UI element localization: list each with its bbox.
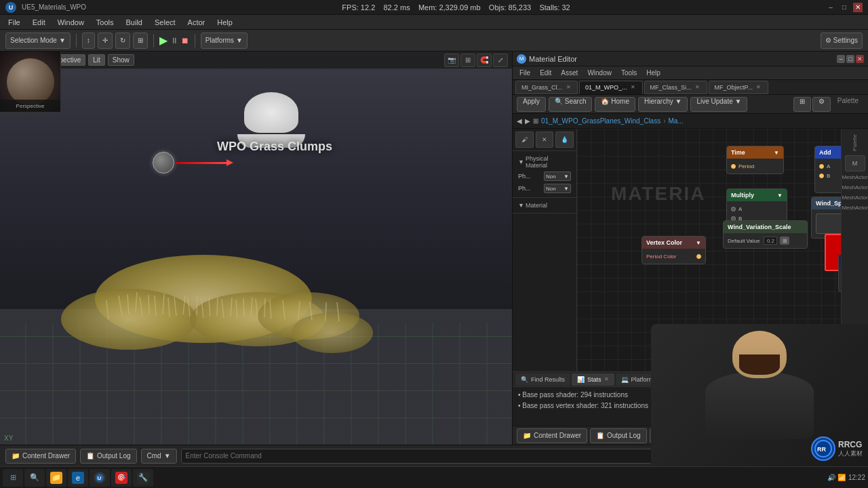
menu-select[interactable]: Select [149,17,181,28]
rotate-tool-btn[interactable]: ↻ [115,33,130,49]
mat-content-drawer-label: Content Drawer [534,432,581,439]
system-tray: 🔊 📶 [827,474,846,481]
menu-actor[interactable]: Actor [182,17,211,28]
grass-tufts-svg [54,221,407,357]
show-btn[interactable]: Show [108,54,134,66]
person-head [732,331,787,378]
search-button[interactable]: 🔍 Search [549,97,592,112]
material-section-title[interactable]: ▼ Material [515,201,574,210]
phys-dropdown-2[interactable]: Non▼ [544,184,571,193]
mat-minimize-btn[interactable]: – [837,55,845,63]
maximize-button[interactable]: □ [840,3,849,12]
translate-tool-btn[interactable]: ✛ [98,33,113,49]
menu-file[interactable]: File [3,17,26,28]
phys-dropdown-1[interactable]: Non▼ [544,171,571,181]
mat-tab-close-2[interactable]: ✕ [630,84,637,91]
viewport[interactable]: WPO Grass Clumps ☰ ⚙ Perspective Lit Sho… [0,52,512,445]
add-node[interactable]: Add ▼ A B Out [814,146,841,193]
app7-taskbar-btn[interactable]: 🔧 [133,469,153,487]
vp-camera-icon[interactable]: 📷 [444,54,459,67]
color-pick-btn[interactable]: 💧 [555,131,574,148]
mat-tab-mi-grass[interactable]: MI_Grass_Cl... ✕ [515,81,578,94]
person-silhouette [698,331,821,460]
transform-tool-btn[interactable]: ↕ [82,33,95,49]
browser-taskbar-btn[interactable]: e [68,469,88,487]
breadcrumb-root[interactable]: 01_M_WPO_GrassPlanes_Wind_Class [541,117,660,125]
vp-grid-icon[interactable]: ⊞ [460,54,475,67]
breadcrumb-nav-back[interactable]: ◀ [517,117,522,125]
mat-menu-tools[interactable]: Tools [617,68,641,77]
mat-tab-close-1[interactable]: ✕ [565,84,572,91]
mat-menu-file[interactable]: File [515,68,534,77]
stop-button[interactable]: ⏹ [181,36,189,45]
physical-material-title[interactable]: ▼ Physical Material [515,154,574,170]
mat-menu-asset[interactable]: Asset [557,68,582,77]
unreal-taskbar-btn[interactable]: U [90,469,110,487]
mat-output-log-btn[interactable]: 📋 Output Log [590,428,646,443]
mat-menu-window[interactable]: Window [583,68,616,77]
mat-maximize-btn[interactable]: □ [846,55,854,63]
menu-tools[interactable]: Tools [91,17,119,28]
mat-menu-edit[interactable]: Edit [536,68,555,77]
windscale-node[interactable]: Wind_Variation_Scale Default Value 0.2 ⊞ [723,220,808,249]
breadcrumb-nav-forward[interactable]: ▶ [525,117,530,125]
hierarchy-dropdown[interactable]: Hierarchy ▼ [638,97,688,112]
app6-taskbar-btn[interactable]: 🎯 [111,469,132,487]
play-button[interactable]: ▶ [159,34,167,47]
menu-help[interactable]: Help [212,17,238,28]
erase-btn[interactable]: ✕ [536,131,554,148]
explorer-icon: 📁 [50,472,62,484]
pause-button[interactable]: ⏸ [170,36,178,45]
windscale-expand-btn[interactable]: ⊞ [780,237,789,245]
start-button[interactable]: ⊞ [3,469,23,487]
time-node-dropdown[interactable]: ▼ [774,150,779,156]
mat-content-drawer-btn[interactable]: 📁 Content Drawer [517,428,587,443]
close-button[interactable]: ✕ [853,3,863,12]
apply-button[interactable]: Apply [517,97,546,112]
selection-mode-dropdown[interactable]: Selection Mode ▼ [5,33,71,49]
explorer-taskbar-btn[interactable]: 📁 [46,469,66,487]
project-file-label: UE5_Materials_WPO [22,3,86,11]
palette-btn1[interactable]: M [845,155,865,171]
menu-edit[interactable]: Edit [27,17,51,28]
breadcrumb-child[interactable]: Ma... [669,117,684,125]
windscale-value-input[interactable]: 0.2 [764,237,777,245]
platforms-label: Platforms [205,37,234,44]
mat-tab-mf-object[interactable]: MF_ObjectP... ✕ [709,81,768,94]
mat-tab-close-4[interactable]: ✕ [755,84,762,91]
vertexcolor-dropdown[interactable]: ▼ [696,240,701,246]
stats-tab[interactable]: 📊 Stats ✕ [572,373,614,386]
mat-view-btn2[interactable]: ⚙ [812,97,831,112]
live-update-dropdown[interactable]: Live Update ▼ [690,97,747,112]
output-node[interactable]: M_Output ▼ Base Color Normal [838,254,841,292]
mat-tab-wpo[interactable]: 01_M_WPO_... ✕ [579,81,643,94]
vp-snap-icon[interactable]: 🧲 [477,54,492,67]
content-drawer-btn[interactable]: 📁 Content Drawer [5,449,76,464]
paint-brush-btn[interactable]: 🖌 [515,131,534,148]
platforms-dropdown[interactable]: Platforms ▼ [201,33,248,49]
mat-close-btn[interactable]: ✕ [856,55,864,63]
home-button[interactable]: 🏠 Home [595,97,635,112]
time-node[interactable]: Time ▼ Period [726,146,784,174]
rrcg-logo: RR RRCG 人人素材 [811,436,863,461]
stats-close-btn[interactable]: ✕ [604,376,609,382]
find-results-tab[interactable]: 🔍 Find Results [515,373,570,386]
multiply-dropdown[interactable]: ▼ [777,192,783,199]
menu-build[interactable]: Build [121,17,148,28]
lit-view-btn[interactable]: Lit [88,54,105,66]
mat-menu-help[interactable]: Help [642,68,665,77]
vertexcolor-node[interactable]: Vertex Color ▼ Period Color [642,236,706,264]
mat-tab-mf-class[interactable]: MF_Class_Si... ✕ [644,81,707,94]
mat-tab-close-3[interactable]: ✕ [694,84,701,91]
windspeed-node[interactable]: Wind_Speed [811,197,841,239]
search-taskbar-btn[interactable]: 🔍 [24,469,45,487]
vp-fullscreen-icon[interactable]: ⤢ [493,54,508,67]
mat-view-btn1[interactable]: ⊞ [793,97,811,112]
cmd-dropdown[interactable]: Cmd ▼ [141,449,177,464]
svg-line-3 [140,297,142,316]
minimize-button[interactable]: – [826,3,835,12]
output-log-btn[interactable]: 📋 Output Log [80,449,136,464]
menu-window[interactable]: Window [52,17,90,28]
scale-tool-btn[interactable]: ⊞ [133,33,148,49]
settings-button[interactable]: ⚙ Settings [821,33,863,49]
